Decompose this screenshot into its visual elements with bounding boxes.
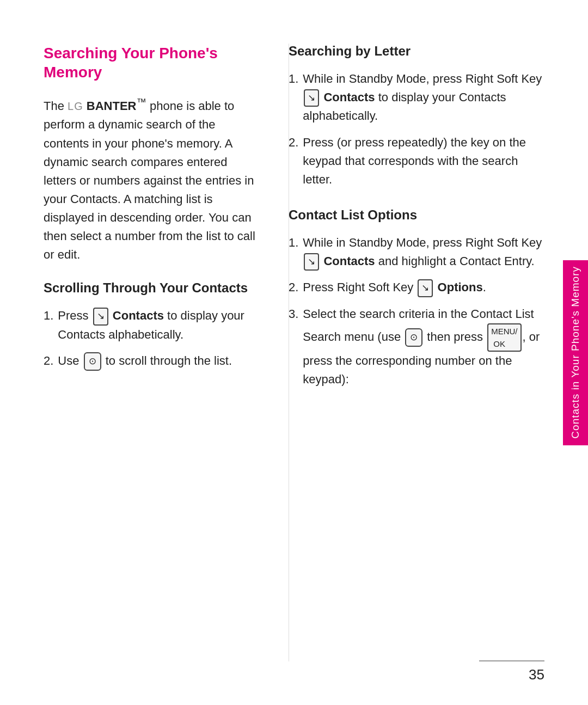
trademark: ™ <box>137 96 146 108</box>
search-letter-num-2: 2. <box>289 133 298 152</box>
brand-name: BANTER <box>87 99 137 113</box>
page-number: 35 <box>529 666 544 683</box>
contact-options-content-3: Select the search criteria in the Contac… <box>303 305 550 389</box>
contacts-bold-3: Contacts <box>323 254 375 268</box>
list-content-2: Use ⊙ to scroll through the list. <box>58 352 256 371</box>
sidebar-tab: Contacts in Your Phone's Memory <box>563 260 588 445</box>
search-letter-content-1: While in Standby Mode, press Right Soft … <box>303 70 550 126</box>
nav-key-icon: ⊙ <box>84 352 101 371</box>
contact-options-num-3: 3. <box>289 305 298 323</box>
left-column: Searching Your Phone's Memory The LG BAN… <box>44 44 278 672</box>
scrolling-item-1: 1. Press ↘ Contacts to display your Cont… <box>44 306 256 344</box>
options-bold: Options <box>438 280 483 294</box>
sidebar-label: Contacts in Your Phone's Memory <box>569 266 581 439</box>
soft-key-icon-2: ↘ <box>304 89 319 107</box>
section-title-text: Searching Your Phone's Memory <box>44 45 218 81</box>
right-column: Searching by Letter 1. While in Standby … <box>278 44 550 672</box>
scrolling-heading-text: Scrolling Through Your Contacts <box>44 280 248 295</box>
column-divider <box>289 44 289 661</box>
contact-options-item-3: 3. Select the search criteria in the Con… <box>289 305 550 389</box>
contacts-bold-2: Contacts <box>323 90 375 104</box>
search-letter-item-2: 2. Press (or press repeatedly) the key o… <box>289 133 550 189</box>
contacts-bold-1: Contacts <box>113 309 164 322</box>
nav-key-icon-2: ⊙ <box>405 328 422 347</box>
soft-key-icon-1: ↘ <box>93 308 108 325</box>
searching-by-letter-heading: Searching by Letter <box>289 44 550 59</box>
searching-by-letter-section: Searching by Letter 1. While in Standby … <box>289 44 550 189</box>
page-number-text: 35 <box>529 666 544 683</box>
contact-options-item-1: 1. While in Standby Mode, press Right So… <box>289 234 550 271</box>
section-title: Searching Your Phone's Memory <box>44 44 256 82</box>
contact-options-content-1: While in Standby Mode, press Right Soft … <box>303 234 550 271</box>
list-content-1: Press ↘ Contacts to display your Contact… <box>58 306 256 344</box>
search-letter-item-1: 1. While in Standby Mode, press Right So… <box>289 70 550 126</box>
contact-options-item-2: 2. Press Right Soft Key ↘ Options. <box>289 278 550 297</box>
contact-list-options-section: Contact List Options 1. While in Standby… <box>289 207 550 389</box>
contact-list-options-heading: Contact List Options <box>289 207 550 223</box>
soft-key-icon-3: ↘ <box>304 253 319 271</box>
sidebar-text: Contacts in Your Phone's Memory <box>569 266 581 439</box>
page-divider-line <box>479 660 544 661</box>
list-number-1: 1. <box>44 306 53 325</box>
brand-lg: LG <box>68 100 83 112</box>
contact-options-num-2: 2. <box>289 278 298 297</box>
contact-options-num-1: 1. <box>289 234 298 252</box>
list-number-2: 2. <box>44 352 53 370</box>
search-letter-content-2: Press (or press repeatedly) the key on t… <box>303 133 550 189</box>
menu-ok-key-icon: MENU/ OK <box>487 323 521 352</box>
scrolling-heading: Scrolling Through Your Contacts <box>44 280 256 296</box>
searching-by-letter-heading-text: Searching by Letter <box>289 44 411 58</box>
scrolling-item-2: 2. Use ⊙ to scroll through the list. <box>44 352 256 371</box>
contact-list-options-heading-text: Contact List Options <box>289 207 417 222</box>
intro-paragraph: The LG BANTER™ phone is able to perform … <box>44 95 256 264</box>
search-letter-num-1: 1. <box>289 70 298 88</box>
page-container: Searching Your Phone's Memory The LG BAN… <box>0 0 588 705</box>
contact-options-content-2: Press Right Soft Key ↘ Options. <box>303 278 550 297</box>
soft-key-icon-4: ↘ <box>418 279 433 297</box>
